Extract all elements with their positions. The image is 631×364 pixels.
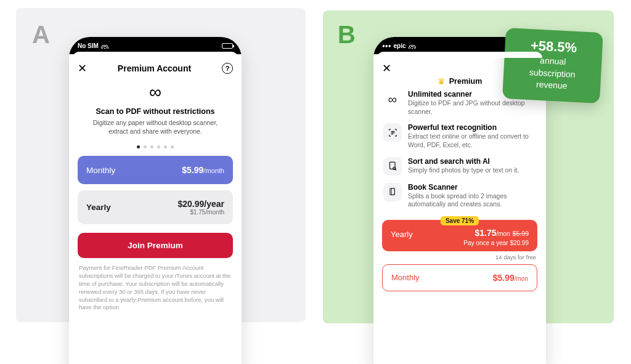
feature-desc: Splits a book spread into 2 images autom… [408, 192, 536, 209]
svg-point-1 [393, 167, 395, 169]
notch [115, 37, 195, 51]
close-icon[interactable]: ✕ [78, 63, 87, 74]
variant-label-b: B [338, 21, 356, 49]
plan-yearly-pay: Pay once a year $20.99 [463, 240, 529, 246]
feature-row: Book Scanner Splits a book spread into 2… [373, 179, 546, 212]
infinity-icon: ∞ [383, 90, 402, 108]
dot-1[interactable] [137, 145, 140, 148]
plan-yearly-card[interactable]: Yearly $20.99/year $1.75/month [78, 190, 233, 224]
plan-yearly-name: Yearly [86, 203, 111, 212]
crown-icon: ♛ [438, 76, 446, 86]
fine-print: Payment for FineReader PDF Premium Accou… [79, 264, 232, 312]
carrier-label: No SIM [78, 42, 99, 49]
feature-headline: Scan to PDF without restrictions [69, 107, 242, 116]
plan-monthly-name: Monthly [86, 166, 115, 175]
feature-title: Powerful text recognition [408, 123, 536, 132]
plan-monthly-card[interactable]: Monthly $5.99/mon [382, 264, 537, 291]
feature-desc: Simply find photos by type or text on it… [408, 166, 519, 175]
under-notch [377, 52, 542, 58]
variant-label-a: A [32, 21, 50, 49]
under-notch [73, 52, 238, 58]
plan-monthly-per: /month [203, 167, 224, 174]
plan-yearly-price: $20.99/year [177, 199, 224, 209]
scan-text-icon [383, 123, 402, 142]
plan-monthly-price: $5.99 [493, 273, 515, 283]
feature-desc: Digitize to PDF and JPG without desktop … [408, 99, 536, 116]
phone-mockup-a: No SIM 16:45 ✕ Premium Account ? ∞ Scan … [69, 37, 242, 364]
plan-monthly-price: $5.99 [182, 165, 203, 175]
svg-rect-0 [389, 162, 395, 169]
join-premium-button[interactable]: Join Premium [78, 233, 233, 258]
feature-row: Sort and search with AI Simply find phot… [373, 153, 546, 179]
feature-description: Digitize any paper without desktop scann… [69, 118, 242, 135]
help-icon[interactable]: ? [222, 63, 233, 74]
feature-row: Powerful text recognition Extract text o… [373, 119, 546, 153]
plan-yearly-name: Yearly [391, 230, 413, 239]
battery-icon [222, 43, 233, 49]
notch [420, 37, 500, 51]
plan-monthly-card[interactable]: Monthly $5.99/month [78, 156, 233, 184]
carrier-label: epic [394, 42, 406, 49]
page-title: Premium Account [118, 63, 191, 73]
feature-title: Book Scanner [408, 183, 536, 192]
plan-monthly-name: Monthly [391, 273, 420, 282]
plan-yearly-sub: $1.75/month [177, 209, 224, 216]
trial-note: 14 days for free [382, 254, 536, 261]
dot-3[interactable] [150, 145, 153, 148]
dot-6[interactable] [171, 145, 174, 148]
plan-yearly-strike: $5.99 [513, 230, 529, 237]
dot-4[interactable] [157, 145, 160, 148]
save-badge: Save 71% [441, 216, 479, 225]
dot-5[interactable] [164, 145, 167, 148]
infinity-icon: ∞ [69, 83, 242, 102]
pagination-dots[interactable] [69, 145, 242, 148]
plan-monthly-per: /mon [515, 275, 528, 282]
search-doc-icon [383, 157, 402, 176]
plan-yearly-per: /mon [496, 230, 510, 237]
revenue-callout: +58.5% annual subscription revenue [502, 28, 603, 103]
plan-yearly-price: $1.75 [474, 228, 496, 238]
dot-2[interactable] [144, 145, 147, 148]
premium-label: Premium [449, 77, 482, 86]
feature-desc: Extract text online or offline and conve… [408, 132, 536, 149]
wifi-icon [101, 43, 108, 49]
feature-title: Sort and search with AI [408, 157, 519, 166]
wifi-icon [409, 43, 416, 49]
close-icon[interactable]: ✕ [382, 63, 391, 74]
book-scanner-icon [383, 183, 402, 201]
